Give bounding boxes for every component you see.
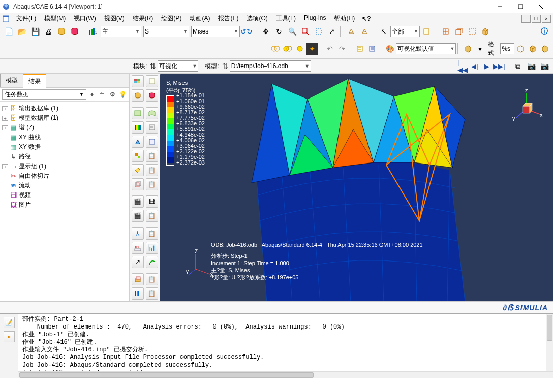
tree-node-1[interactable]: +🗄模型数据库 (1) <box>0 113 129 123</box>
tree-nav-icon[interactable]: ♦ <box>87 90 97 99</box>
print-icon[interactable]: 🖨 <box>42 25 54 38</box>
box-gold-dropdown-icon[interactable]: ▾ <box>475 43 486 55</box>
menu-选项[interactable]: 选项(O) <box>242 13 271 24</box>
expander-icon[interactable]: + <box>2 106 8 111</box>
persp2-icon[interactable] <box>358 25 371 38</box>
window-close-button[interactable] <box>531 1 551 13</box>
expander-icon[interactable]: + <box>2 164 8 169</box>
box-gold1-icon[interactable] <box>463 43 474 55</box>
part-mesh-icon[interactable] <box>440 25 452 38</box>
vtool-undeformed-icon[interactable] <box>132 107 144 119</box>
list-icon[interactable] <box>366 43 378 55</box>
sel-tool1-icon[interactable] <box>420 25 433 38</box>
console-note-icon[interactable]: 📝 <box>4 317 15 328</box>
frame-prev-icon[interactable]: ◀| <box>470 61 480 71</box>
tree-node-8[interactable]: ≋流动 <box>0 181 129 190</box>
vtool-material-opts-icon[interactable]: 📋 <box>146 150 158 162</box>
fit-icon[interactable] <box>313 25 325 38</box>
vtool-overlay-icon[interactable] <box>132 178 144 190</box>
expander-icon[interactable]: + <box>2 125 8 130</box>
menu-视图[interactable]: 视图(V) <box>100 13 129 24</box>
db-icon[interactable] <box>55 25 68 38</box>
vtool-ply-opts-icon[interactable]: 📋 <box>146 164 158 176</box>
menu-动画[interactable]: 动画(A) <box>186 13 214 24</box>
vtool-xydata-icon[interactable]: XY <box>132 242 144 254</box>
menu-模型[interactable]: 模型(M) <box>40 13 70 24</box>
invariant-select[interactable]: Mises▼ <box>191 26 240 37</box>
tree-bulb-icon[interactable]: 💡 <box>118 90 127 99</box>
console-vscrollbar[interactable] <box>546 314 553 371</box>
pointer-icon[interactable]: ↖ <box>378 25 390 38</box>
mdi-minimize-button[interactable]: _ <box>521 15 531 23</box>
viewport[interactable]: S, Mises (平均: 75%) +1.154e-01+1.060e-01+… <box>160 74 553 301</box>
module-select[interactable]: 可视化▼ <box>158 60 198 72</box>
db2-icon[interactable] <box>69 25 81 38</box>
vtool-deformed-icon[interactable] <box>146 107 158 119</box>
redo-icon[interactable]: ↷ <box>336 43 348 55</box>
tree-node-7[interactable]: ✂自由体切片 <box>0 171 129 181</box>
undo-icon[interactable]: ↶ <box>324 43 335 55</box>
tree-node-6[interactable]: +▭显示组 (1) <box>0 161 129 171</box>
menu-Plug-ins[interactable]: Plug-ins <box>300 13 330 24</box>
tree-folder-icon[interactable]: 🗀 <box>98 90 107 99</box>
mdi-close-button[interactable]: × <box>542 15 551 23</box>
tree-node-9[interactable]: 🎞视频 <box>0 190 129 200</box>
tab-model[interactable]: 模型 <box>0 74 23 87</box>
sync-icon[interactable]: ↺↻ <box>240 25 253 38</box>
console-output[interactable]: 部件实例: Part-2-1 Number of elements : 470,… <box>18 314 553 378</box>
auto-fit-icon[interactable]: ⤢ <box>326 25 338 38</box>
render-style-select[interactable]: 可视化默认值▼ <box>396 43 456 54</box>
vtool-symbol-icon[interactable] <box>132 136 144 148</box>
pan-icon[interactable]: ✥ <box>260 25 272 38</box>
menu-报告[interactable]: 报告(E) <box>214 13 242 24</box>
new-file-icon[interactable]: 📄 <box>3 25 15 38</box>
vtool-frame2-icon[interactable] <box>146 75 158 87</box>
memo-icon[interactable] <box>354 43 365 55</box>
box-wire1-icon[interactable] <box>515 43 526 55</box>
tab-results[interactable]: 结果 <box>23 74 46 88</box>
circle-solid-icon[interactable] <box>294 43 305 55</box>
vtool-field-icon[interactable]: 📊 <box>146 242 158 254</box>
info-icon[interactable]: ⓘ <box>538 25 550 38</box>
expander-icon[interactable]: + <box>2 116 8 121</box>
vtool-contour-icon[interactable] <box>132 121 144 134</box>
vtool-anim-opts-icon[interactable]: 📋 <box>146 210 158 222</box>
mdi-restore-button[interactable]: ❐ <box>532 15 541 23</box>
vtool-probe-icon[interactable]: ↗ <box>132 256 144 268</box>
vtool-spectrum-opts-icon[interactable]: 📋 <box>146 287 158 300</box>
box-wire3-icon[interactable] <box>539 43 550 55</box>
camera2-icon[interactable]: 📷 <box>538 60 550 72</box>
persp1-icon[interactable] <box>345 25 357 38</box>
menu-文件[interactable]: 文件(F) <box>12 13 40 24</box>
vtool-spectrum-icon[interactable] <box>132 287 144 300</box>
menu-工具[interactable]: 工具(T) <box>272 13 300 24</box>
selection-mode-select[interactable]: 全部▼ <box>390 26 420 37</box>
zoom-icon[interactable]: 🔍 <box>286 25 298 38</box>
menu-视口[interactable]: 视口(W) <box>70 13 100 24</box>
vtool-cut-opts-icon[interactable]: 📋 <box>146 273 158 285</box>
box-wire2-icon[interactable] <box>527 43 538 55</box>
vtool-contour-opts-icon[interactable] <box>146 121 158 134</box>
format-input[interactable] <box>500 43 514 54</box>
vtool-ply-icon[interactable] <box>132 164 144 176</box>
vtool-material-icon[interactable] <box>132 150 144 162</box>
tree-node-0[interactable]: +🗄输出数据库 (1) <box>0 104 129 113</box>
vtool-db-icon[interactable] <box>132 89 144 102</box>
vtool-cut-icon[interactable] <box>132 273 144 285</box>
zoom-box-icon[interactable] <box>299 25 312 38</box>
frame-play-icon[interactable]: ▶ <box>482 61 492 71</box>
pick-star-icon[interactable]: ✦ <box>306 43 318 55</box>
console-hscrollbar[interactable] <box>18 371 553 378</box>
circles2-icon[interactable] <box>282 43 293 55</box>
copy-view-icon[interactable]: ⧉ <box>512 60 524 72</box>
tree-node-10[interactable]: 🖼图片 <box>0 200 129 210</box>
tree-node-3[interactable]: ▦XY 曲线 <box>0 133 129 142</box>
palette-icon[interactable]: 🎨 <box>385 43 396 55</box>
s-variable-select[interactable]: S▼ <box>143 26 189 37</box>
vtool-symbol-opts-icon[interactable] <box>146 136 158 148</box>
rotate-icon[interactable]: ↻ <box>273 25 285 38</box>
vtool-xy-opts-icon[interactable]: 📋 <box>146 227 158 240</box>
part-dashed-icon[interactable] <box>466 25 478 38</box>
circles1-icon[interactable] <box>270 43 281 55</box>
model-link-icon[interactable]: ⇅ <box>221 60 229 72</box>
